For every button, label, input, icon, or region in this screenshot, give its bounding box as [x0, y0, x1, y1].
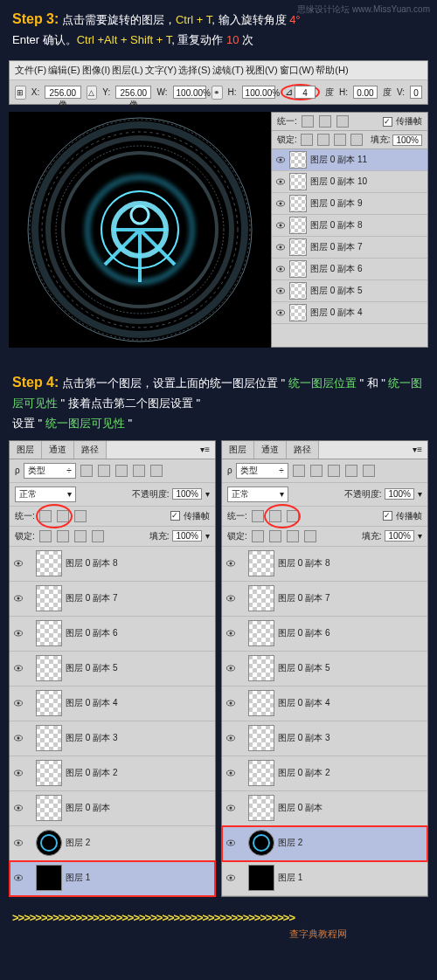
fill-value[interactable]: 100% [392, 135, 422, 146]
layer-row[interactable]: 图层 0 副本 2 [10, 756, 215, 791]
layer-row[interactable]: 图层 0 副本 7 [222, 582, 427, 617]
eye-icon[interactable] [225, 873, 236, 883]
filter-img-icon[interactable] [293, 465, 305, 477]
lock-pos-icon[interactable] [74, 530, 87, 542]
lock-trans-icon[interactable] [301, 134, 313, 146]
eye-icon[interactable] [225, 628, 236, 638]
propagate-check[interactable] [383, 511, 392, 521]
lock-pixel-icon[interactable] [269, 530, 281, 542]
fill-value[interactable]: 100% [385, 530, 414, 542]
filter-type-icon[interactable] [328, 465, 340, 477]
mini-layer-row[interactable]: 图层 0 副本 7 [272, 237, 427, 259]
lock-trans-icon[interactable] [252, 530, 264, 542]
eye-icon[interactable] [275, 198, 286, 209]
propagate-check[interactable] [383, 117, 392, 127]
menu-select[interactable]: 选择(S) [178, 64, 211, 77]
filter-img-icon[interactable] [80, 465, 93, 477]
filter-type-icon[interactable] [115, 465, 128, 477]
eye-icon[interactable] [275, 220, 286, 231]
eye-icon[interactable] [13, 558, 24, 569]
blend-mode[interactable]: 正常▾ [227, 487, 288, 502]
eye-icon[interactable] [13, 663, 24, 673]
layer-row[interactable]: 图层 0 副本 7 [10, 582, 215, 617]
layer-row[interactable]: 图层 0 副本 2 [222, 756, 427, 791]
filter-shape-icon[interactable] [133, 465, 145, 477]
tab-paths[interactable]: 路径 [74, 441, 107, 459]
filter-icon[interactable]: ρ [15, 466, 20, 475]
eye-icon[interactable] [13, 873, 24, 883]
h2-field[interactable]: 0.00 [353, 86, 378, 99]
unify-style-icon[interactable] [74, 510, 87, 522]
w-field[interactable]: 100.00% [173, 86, 206, 99]
lock-pos-icon[interactable] [334, 134, 346, 146]
filter-smart-icon[interactable] [150, 465, 163, 477]
x-field[interactable]: 256.00 像 [45, 86, 80, 99]
eye-icon[interactable] [13, 593, 24, 604]
layer-row[interactable]: 图层 0 副本 4 [10, 687, 215, 721]
eye-icon[interactable] [225, 698, 236, 708]
filter-type[interactable]: 类型÷ [236, 463, 288, 479]
unify-pos-icon[interactable] [252, 510, 264, 522]
delta-icon[interactable]: △ [87, 86, 98, 100]
menu-edit[interactable]: 编辑(E) [48, 64, 80, 77]
layer-row[interactable]: 图层 0 副本 8 [222, 547, 427, 582]
layer-row[interactable]: 图层 0 副本 3 [10, 721, 215, 756]
fill-value[interactable]: 100% [172, 530, 202, 542]
mini-layer-row[interactable]: 图层 0 副本 5 [272, 280, 427, 302]
opacity-value[interactable]: 100% [385, 488, 414, 500]
link-icon[interactable]: ⚭ [212, 86, 223, 100]
layer-row[interactable]: 图层 0 副本 6 [222, 617, 427, 652]
layer-row[interactable]: 图层 1 [222, 861, 427, 896]
layer-row[interactable]: 图层 0 副本 5 [222, 652, 427, 687]
layer-row[interactable]: 图层 0 副本 8 [10, 547, 215, 582]
eye-icon[interactable] [13, 733, 24, 743]
eye-icon[interactable] [13, 768, 24, 778]
eye-icon[interactable] [225, 593, 236, 604]
mini-layer-row[interactable]: 图层 0 副本 11 [272, 149, 427, 171]
eye-icon[interactable] [225, 768, 236, 778]
lock-all-icon[interactable] [92, 530, 104, 542]
menu-help[interactable]: 帮助(H) [316, 64, 348, 77]
eye-icon[interactable] [225, 663, 236, 673]
filter-adj-icon[interactable] [98, 465, 110, 477]
eye-icon[interactable] [13, 838, 24, 848]
layer-row[interactable]: 图层 0 副本 [10, 791, 215, 826]
lock-all-icon[interactable] [350, 134, 363, 146]
panel-menu-icon[interactable]: ▾≡ [407, 445, 427, 454]
layer-row[interactable]: 图层 1 [10, 861, 215, 896]
unify-vis-icon[interactable] [319, 115, 331, 128]
menu-type[interactable]: 文字(Y) [145, 64, 177, 77]
v-field[interactable]: 0 [410, 86, 422, 99]
mini-layer-row[interactable]: 图层 0 副本 6 [272, 259, 427, 280]
h-field[interactable]: 100.00% [242, 86, 275, 99]
eye-icon[interactable] [13, 698, 24, 708]
eye-icon[interactable] [275, 155, 286, 165]
layer-row[interactable]: 图层 0 副本 [222, 791, 427, 826]
mini-layer-row[interactable]: 图层 0 副本 8 [272, 215, 427, 237]
angle-field[interactable]: 4 [295, 86, 316, 99]
eye-icon[interactable] [225, 733, 236, 743]
eye-icon[interactable] [275, 307, 286, 318]
opacity-value[interactable]: 100% [172, 488, 202, 500]
menu-file[interactable]: 文件(F) [15, 64, 46, 77]
tab-layers[interactable]: 图层 [10, 441, 42, 459]
eye-icon[interactable] [275, 242, 286, 252]
lock-pixel-icon[interactable] [317, 134, 329, 146]
lock-pos-icon[interactable] [287, 530, 299, 542]
layer-row[interactable]: 图层 2 [222, 826, 427, 861]
lock-trans-icon[interactable] [39, 530, 52, 542]
blend-mode[interactable]: 正常▾ [15, 487, 76, 502]
eye-icon[interactable] [225, 803, 236, 813]
propagate-check[interactable] [170, 511, 180, 521]
mini-layer-row[interactable]: 图层 0 副本 4 [272, 302, 427, 324]
layer-row[interactable]: 图层 2 [10, 826, 215, 861]
menu-layer[interactable]: 图层(L) [112, 64, 142, 77]
menu-window[interactable]: 窗口(W) [280, 64, 315, 77]
mini-layer-row[interactable]: 图层 0 副本 9 [272, 193, 427, 215]
lock-all-icon[interactable] [304, 530, 316, 542]
panel-menu-icon[interactable]: ▾≡ [195, 445, 215, 454]
tab-channels[interactable]: 通道 [42, 441, 74, 459]
layer-row[interactable]: 图层 0 副本 3 [222, 721, 427, 756]
filter-shape-icon[interactable] [345, 465, 357, 477]
eye-icon[interactable] [13, 628, 24, 638]
